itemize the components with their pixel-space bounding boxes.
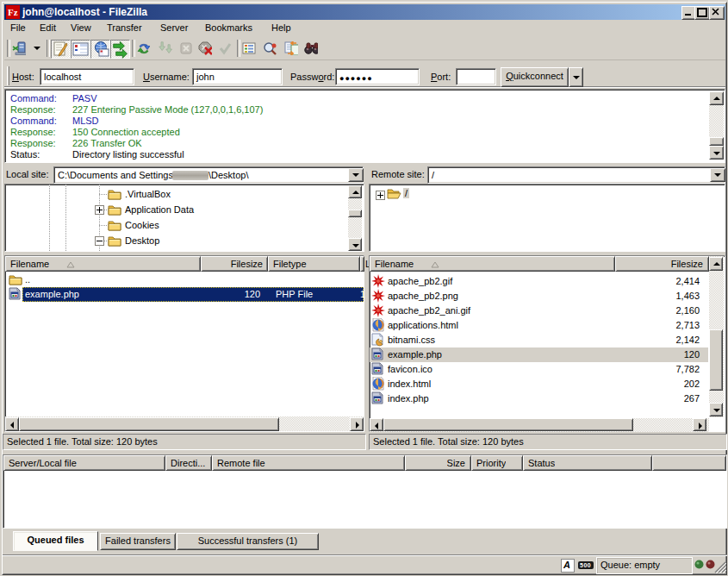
svg-text:Fz: Fz xyxy=(8,7,18,17)
